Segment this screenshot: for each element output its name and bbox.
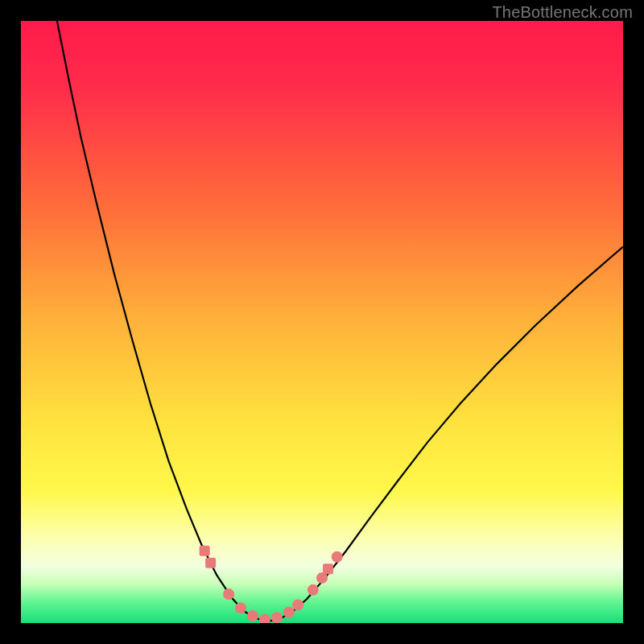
marker-square — [323, 564, 333, 574]
chart-frame: TheBottleneck.com — [0, 0, 644, 644]
chart-svg — [21, 21, 623, 623]
marker-circle — [271, 612, 283, 623]
marker-square — [205, 558, 216, 568]
marker-circle — [292, 600, 303, 611]
gradient-background — [21, 21, 623, 623]
marker-circle — [223, 588, 234, 600]
marker-circle — [283, 607, 295, 618]
bottleneck-plot — [21, 21, 623, 623]
marker-circle — [332, 551, 343, 563]
marker-square — [200, 546, 210, 556]
watermark-label: TheBottleneck.com — [492, 3, 633, 22]
marker-circle — [235, 602, 246, 613]
marker-circle — [247, 610, 258, 621]
marker-circle — [308, 584, 319, 596]
